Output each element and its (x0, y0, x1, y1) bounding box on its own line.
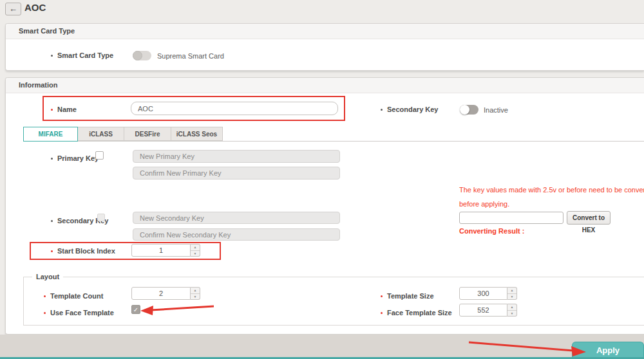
required-dot (51, 250, 53, 252)
start-block-index-label: Start Block Index (57, 247, 115, 255)
stepper-buttons: ▲ ▼ (507, 287, 517, 300)
stepper-down-icon[interactable]: ▼ (507, 294, 516, 300)
layout-group (23, 277, 644, 326)
tab-baseline (23, 141, 644, 142)
face-template-size-label: Face Template Size (387, 309, 452, 317)
hex-convert-input[interactable] (459, 212, 564, 224)
stepper-buttons: ▲ ▼ (191, 244, 200, 257)
information-section-title: Information (6, 78, 644, 93)
tab-mifare[interactable]: MIFARE (23, 127, 78, 142)
confirm-new-primary-key-input[interactable] (133, 167, 340, 180)
stepper-buttons: ▲ ▼ (191, 287, 200, 300)
smart-card-type-panel: Smart Card Type Smart Card Type Suprema … (5, 23, 644, 71)
tab-iclass-seos[interactable]: iCLASS Seos (171, 127, 223, 141)
start-block-index-stepper: 1 ▲ ▼ (131, 244, 200, 257)
secondary-key-checkbox[interactable] (97, 214, 105, 221)
layout-group-title: Layout (32, 273, 63, 281)
template-size-label: Template Size (387, 292, 434, 300)
start-block-index-value[interactable]: 1 (131, 244, 191, 257)
required-dot (44, 295, 46, 297)
required-dot (44, 312, 46, 314)
information-panel: Information Name Secondary Key Inactive … (5, 77, 644, 335)
name-input[interactable] (131, 102, 338, 115)
primary-key-label: Primary Key (57, 154, 99, 162)
toggle-knob (133, 51, 142, 60)
secondary-key-toggle[interactable] (460, 105, 478, 115)
smart-card-type-value: Suprema Smart Card (157, 52, 224, 60)
smart-card-settings-page: ← AOC Smart Card Type Smart Card Type Su… (0, 0, 644, 359)
template-count-stepper: 2 ▲ ▼ (131, 287, 200, 300)
convert-to-hex-button[interactable]: Convert to HEX (567, 211, 611, 225)
bullet-dot (51, 220, 53, 222)
stepper-up-icon[interactable]: ▲ (507, 304, 516, 311)
hex-note-line2: before applying. (459, 200, 509, 208)
bullet-dot (381, 109, 383, 111)
stepper-up-icon[interactable]: ▲ (507, 288, 516, 294)
template-count-value[interactable]: 2 (131, 287, 191, 300)
checkmark-icon: ✓ (133, 306, 138, 313)
bullet-dot (51, 158, 53, 160)
stepper-up-icon[interactable]: ▲ (191, 288, 200, 294)
secondary-key-toggle-label: Secondary Key (387, 106, 438, 113)
use-face-template-checkbox[interactable]: ✓ (131, 305, 140, 314)
smart-card-type-label: Smart Card Type (57, 51, 113, 59)
tab-desfire[interactable]: DESFire (124, 127, 171, 141)
footer-bar (0, 335, 644, 359)
name-label: Name (57, 106, 77, 113)
card-type-tabs: MIFARE iCLASS DESFire iCLASS Seos (23, 127, 223, 142)
toggle-knob (460, 105, 469, 115)
primary-key-checkbox[interactable] (95, 151, 104, 160)
template-size-stepper: 300 ▲ ▼ (459, 287, 517, 300)
new-secondary-key-input[interactable] (133, 212, 340, 224)
confirm-new-secondary-key-input[interactable] (133, 228, 340, 241)
hex-note-line1: The key values made with 2.5v or before … (459, 186, 644, 194)
use-face-template-label: Use Face Template (50, 309, 114, 317)
new-primary-key-input[interactable] (133, 150, 340, 163)
back-arrow-icon: ← (9, 4, 17, 14)
smart-card-type-toggle[interactable] (133, 51, 151, 60)
face-template-size-value[interactable]: 552 (459, 304, 507, 317)
stepper-down-icon[interactable]: ▼ (507, 311, 516, 317)
bullet-dot (51, 55, 53, 57)
template-size-value[interactable]: 300 (459, 287, 507, 300)
converting-result-label: Converting Result : (459, 227, 524, 235)
page-title: AOC (24, 2, 46, 13)
tab-iclass[interactable]: iCLASS (78, 127, 124, 141)
stepper-up-icon[interactable]: ▲ (191, 244, 200, 251)
stepper-down-icon[interactable]: ▼ (191, 294, 200, 300)
apply-button[interactable]: Apply (572, 342, 644, 359)
back-button[interactable]: ← (5, 3, 21, 15)
smart-card-type-section-title: Smart Card Type (6, 24, 644, 39)
required-dot (381, 312, 383, 314)
template-count-label: Template Count (50, 292, 103, 300)
face-template-size-stepper: 552 ▲ ▼ (459, 304, 517, 317)
stepper-down-icon[interactable]: ▼ (191, 251, 200, 257)
secondary-key-state: Inactive (484, 106, 508, 114)
stepper-buttons: ▲ ▼ (507, 304, 517, 317)
required-dot (51, 109, 53, 111)
required-dot (381, 295, 383, 297)
